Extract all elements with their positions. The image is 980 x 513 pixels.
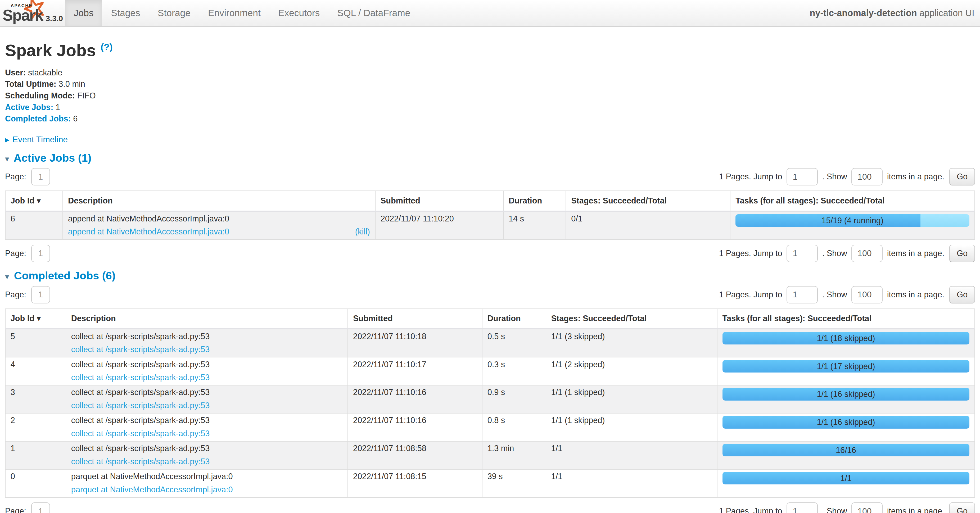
items-per-page-input[interactable] bbox=[851, 168, 883, 186]
submitted-cell: 2022/11/07 11:08:15 bbox=[348, 469, 482, 497]
nav-tabs: JobsStagesStorageEnvironmentExecutorsSQL… bbox=[65, 0, 419, 26]
event-timeline-label: Event Timeline bbox=[13, 135, 68, 144]
pagination-controls: 1 Pages. Jump to. Showitems in a page.Go bbox=[719, 502, 975, 513]
jump-to-page-input[interactable] bbox=[786, 286, 818, 303]
items-per-page-input[interactable] bbox=[851, 502, 883, 513]
job-id-cell: 4 bbox=[5, 357, 66, 385]
jump-to-page-input[interactable] bbox=[786, 502, 818, 513]
duration-cell: 0.5 s bbox=[482, 329, 546, 357]
job-description-text: collect at /spark-scripts/spark-ad.py:53 bbox=[71, 332, 342, 341]
page-number-input[interactable] bbox=[31, 286, 50, 303]
nav-tab-storage[interactable]: Storage bbox=[149, 0, 199, 26]
column-header-submitted[interactable]: Submitted bbox=[375, 191, 503, 211]
job-description-text: parquet at NativeMethodAccessorImpl.java… bbox=[71, 472, 342, 481]
job-detail-link[interactable]: parquet at NativeMethodAccessorImpl.java… bbox=[71, 485, 233, 494]
tasks-cell: 1/1 (18 skipped) bbox=[717, 329, 975, 357]
top-navbar: APACHE Spark 3.3.0 JobsStagesStorageEnvi… bbox=[0, 0, 980, 27]
kill-job-link[interactable]: (kill) bbox=[355, 227, 370, 236]
nav-tab-environment[interactable]: Environment bbox=[199, 0, 269, 26]
job-detail-link[interactable]: collect at /spark-scripts/spark-ad.py:53 bbox=[71, 345, 210, 354]
column-header-description[interactable]: Description bbox=[66, 309, 348, 329]
summary-label-completed-jobs[interactable]: Completed Jobs: bbox=[5, 114, 71, 123]
pagination-controls: 1 Pages. Jump to. Showitems in a page.Go bbox=[719, 245, 975, 262]
column-header-duration[interactable]: Duration bbox=[503, 191, 566, 211]
pages-count-text: 1 Pages. Jump to bbox=[719, 290, 782, 300]
nav-tab-executors[interactable]: Executors bbox=[269, 0, 329, 26]
go-button[interactable]: Go bbox=[949, 502, 975, 513]
pagination-controls: 1 Pages. Jump to. Showitems in a page.Go bbox=[719, 286, 975, 303]
main-content: Spark Jobs (?) User: stackableTotal Upti… bbox=[0, 35, 980, 513]
page-number-input[interactable] bbox=[31, 245, 50, 262]
pagination-left: Page: bbox=[5, 286, 50, 303]
job-detail-link[interactable]: append at NativeMethodAccessorImpl.java:… bbox=[68, 227, 229, 236]
duration-cell: 0.9 s bbox=[482, 385, 546, 413]
nav-tab-stages[interactable]: Stages bbox=[102, 0, 149, 26]
column-header-stages-succeeded-total[interactable]: Stages: Succeeded/Total bbox=[566, 191, 730, 211]
job-detail-link[interactable]: collect at /spark-scripts/spark-ad.py:53 bbox=[71, 401, 210, 410]
column-header-stages-succeeded-total[interactable]: Stages: Succeeded/Total bbox=[546, 309, 717, 329]
page-number-input[interactable] bbox=[31, 168, 50, 186]
column-header-tasks-for-all-stages-succeeded-total[interactable]: Tasks (for all stages): Succeeded/Total bbox=[717, 309, 975, 329]
stages-cell: 1/1 bbox=[546, 441, 717, 469]
stages-cell: 1/1 (1 skipped) bbox=[546, 385, 717, 413]
job-detail-link[interactable]: collect at /spark-scripts/spark-ad.py:53 bbox=[71, 457, 210, 466]
show-text: . Show bbox=[822, 507, 847, 513]
tasks-cell: 16/16 bbox=[717, 441, 975, 469]
progress-label: 1/1 (18 skipped) bbox=[722, 332, 970, 345]
summary-label-active-jobs[interactable]: Active Jobs: bbox=[5, 103, 53, 112]
job-id-cell: 3 bbox=[5, 385, 66, 413]
job-description-links: collect at /spark-scripts/spark-ad.py:53 bbox=[71, 373, 342, 382]
completed-jobs-heading[interactable]: ▾ Completed Jobs (6) bbox=[5, 270, 975, 282]
collapsed-arrow-icon: ▶ bbox=[5, 137, 9, 143]
progress-label: 16/16 bbox=[722, 444, 970, 456]
column-header-job-id[interactable]: Job Id ▾ bbox=[5, 309, 66, 329]
active-jobs-heading[interactable]: ▾ Active Jobs (1) bbox=[5, 152, 975, 164]
page-label: Page: bbox=[5, 290, 26, 300]
nav-tab-sql-dataframe[interactable]: SQL / DataFrame bbox=[328, 0, 419, 26]
help-link[interactable]: (?) bbox=[100, 42, 113, 52]
column-header-tasks-for-all-stages-succeeded-total[interactable]: Tasks (for all stages): Succeeded/Total bbox=[730, 191, 975, 211]
go-button[interactable]: Go bbox=[949, 168, 975, 186]
job-detail-link[interactable]: collect at /spark-scripts/spark-ad.py:53 bbox=[71, 429, 210, 438]
job-summary-list: User: stackableTotal Uptime: 3.0 minSche… bbox=[5, 67, 975, 125]
job-row-6: 6append at NativeMethodAccessorImpl.java… bbox=[5, 211, 975, 240]
items-per-page-input[interactable] bbox=[851, 286, 883, 303]
progress-label: 1/1 (17 skipped) bbox=[722, 360, 970, 373]
spark-version: 3.3.0 bbox=[46, 14, 63, 23]
table-header-row: Job Id ▾DescriptionSubmittedDurationStag… bbox=[5, 309, 975, 329]
jump-to-page-input[interactable] bbox=[786, 245, 818, 262]
column-header-job-id[interactable]: Job Id ▾ bbox=[5, 191, 63, 211]
pagination-row: Page:1 Pages. Jump to. Showitems in a pa… bbox=[5, 286, 975, 303]
column-header-description[interactable]: Description bbox=[63, 191, 375, 211]
go-button[interactable]: Go bbox=[949, 245, 975, 262]
stages-cell: 1/1 (2 skipped) bbox=[546, 357, 717, 385]
pagination-row: Page:1 Pages. Jump to. Showitems in a pa… bbox=[5, 502, 975, 513]
nav-tab-jobs[interactable]: Jobs bbox=[65, 0, 102, 26]
page-number-input[interactable] bbox=[31, 502, 50, 513]
job-detail-link[interactable]: collect at /spark-scripts/spark-ad.py:53 bbox=[71, 373, 210, 382]
application-title: ny-tlc-anomaly-detection application UI bbox=[810, 0, 980, 26]
job-description-links: collect at /spark-scripts/spark-ad.py:53 bbox=[71, 345, 342, 354]
task-progress-bar: 1/1 (16 skipped) bbox=[722, 416, 970, 428]
duration-cell: 39 s bbox=[482, 469, 546, 497]
job-id-cell: 5 bbox=[5, 329, 66, 357]
column-header-submitted[interactable]: Submitted bbox=[348, 309, 482, 329]
items-per-page-input[interactable] bbox=[851, 245, 883, 262]
job-description-links: append at NativeMethodAccessorImpl.java:… bbox=[68, 227, 370, 236]
completed-jobs-heading-text: Completed Jobs (6) bbox=[14, 270, 115, 282]
event-timeline-toggle[interactable]: ▶Event Timeline bbox=[5, 135, 975, 145]
column-header-duration[interactable]: Duration bbox=[482, 309, 546, 329]
stages-cell: 1/1 (1 skipped) bbox=[546, 413, 717, 441]
description-cell: parquet at NativeMethodAccessorImpl.java… bbox=[66, 469, 348, 497]
pagination-row: Page:1 Pages. Jump to. Showitems in a pa… bbox=[5, 168, 975, 186]
items-in-page-text: items in a page. bbox=[887, 249, 945, 258]
task-progress-bar: 1/1 (18 skipped) bbox=[722, 332, 970, 345]
completed-jobs-section: ▾ Completed Jobs (6) Page:1 Pages. Jump … bbox=[5, 270, 975, 513]
spark-logo[interactable]: APACHE Spark 3.3.0 bbox=[0, 0, 65, 26]
stages-cell: 1/1 bbox=[546, 469, 717, 497]
job-id-cell: 1 bbox=[5, 441, 66, 469]
go-button[interactable]: Go bbox=[949, 286, 975, 303]
expanded-arrow-icon: ▾ bbox=[5, 272, 9, 281]
jump-to-page-input[interactable] bbox=[786, 168, 818, 186]
job-row-0: 0parquet at NativeMethodAccessorImpl.jav… bbox=[5, 469, 975, 497]
